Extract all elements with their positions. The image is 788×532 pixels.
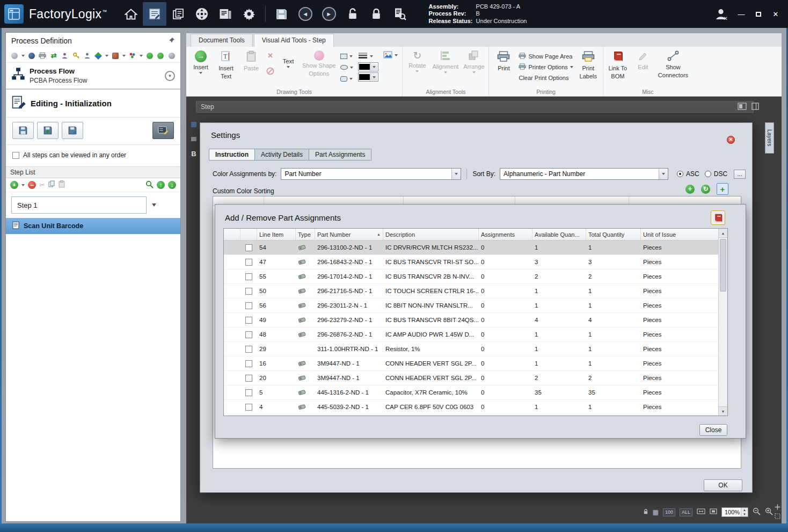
cut-icon[interactable]: ✂ xyxy=(39,181,45,189)
table-row[interactable]: 48296-26876-2-ND - 1IC AMP AUDIO PWR 1.4… xyxy=(224,327,718,342)
row-checkbox[interactable] xyxy=(245,288,252,295)
row-checkbox[interactable] xyxy=(245,375,252,382)
add-step-button[interactable]: + xyxy=(10,181,18,189)
remove-step-button[interactable]: − xyxy=(28,181,36,189)
process-flow-section[interactable]: Process Flow PCBA Process Flow ▼ xyxy=(6,63,180,90)
grid-small-icon[interactable]: ▦ xyxy=(653,508,659,516)
text-button[interactable]: Text xyxy=(279,49,297,68)
pin-icon[interactable] xyxy=(169,37,175,45)
show-connectors-button[interactable]: Show Connectors xyxy=(658,49,688,78)
layers-panel-tab[interactable]: Layers xyxy=(765,122,774,154)
select-region-icon[interactable] xyxy=(775,513,780,520)
chevron-down-icon[interactable] xyxy=(21,184,25,186)
asc-radio[interactable] xyxy=(677,171,683,177)
rotate-button[interactable]: ↻ Rotate xyxy=(407,49,427,72)
row-checkbox[interactable] xyxy=(245,317,252,324)
chevron-down-icon[interactable] xyxy=(370,55,373,57)
lock-button[interactable] xyxy=(364,2,388,26)
globe-icon[interactable] xyxy=(27,52,36,60)
copy-icon[interactable] xyxy=(48,180,55,190)
rectangle-shape-icon[interactable] xyxy=(340,54,347,59)
back-button[interactable]: ◄ xyxy=(294,2,317,26)
insert-text-button[interactable]: T Insert Text xyxy=(216,49,236,79)
table-row[interactable]: 163M9447-ND - 1CONN HEADER VERT SGL 2P..… xyxy=(224,356,718,371)
chevron-down-icon[interactable] xyxy=(122,55,126,57)
tab-instruction[interactable]: Instruction xyxy=(209,149,255,161)
edit-visual-aid-button[interactable] xyxy=(152,122,174,139)
link-to-bom-button[interactable]: Link To BOM xyxy=(608,49,628,79)
tab-document-tools[interactable]: Document Tools xyxy=(191,34,253,47)
step-group-expander[interactable] xyxy=(152,203,156,207)
view-order-checkbox[interactable] xyxy=(12,152,19,159)
row-checkbox[interactable] xyxy=(245,273,252,280)
layout-split-icon[interactable] xyxy=(751,103,759,112)
col-available-quantity[interactable]: Available Quan... xyxy=(532,229,586,240)
audit-trail-button[interactable] xyxy=(388,2,412,26)
tab-part-assignments[interactable]: Part Assignments xyxy=(309,149,371,161)
chevron-down-icon[interactable] xyxy=(350,67,353,69)
row-checkbox[interactable] xyxy=(245,346,252,353)
record-icon[interactable] xyxy=(167,52,176,60)
row-checkbox[interactable] xyxy=(245,360,252,367)
zoom-in-icon[interactable] xyxy=(765,507,773,517)
spin-down-icon[interactable]: ▼ xyxy=(741,512,748,516)
image-fill-icon[interactable] xyxy=(383,51,392,60)
col-part-number[interactable]: Part Number▲ xyxy=(315,229,383,240)
table-row[interactable]: 54296-13100-2-ND - 1IC DRVR/RCVR MLTCH R… xyxy=(224,241,718,255)
col-unit-of-issue[interactable]: Unit of Issue xyxy=(641,229,718,240)
zoom-out-icon[interactable] xyxy=(753,507,761,517)
process-definition-button[interactable] xyxy=(143,2,166,26)
zoom-all-button[interactable]: ALL xyxy=(680,508,692,516)
settings-close-icon[interactable]: ✕ xyxy=(727,136,735,144)
dsc-radio[interactable] xyxy=(705,171,711,177)
settings-gear-button[interactable] xyxy=(237,2,261,26)
table-row[interactable]: 50296-21716-5-ND - 1IC TOUCH SCREEN CTRL… xyxy=(224,284,718,298)
step-list-item-selected[interactable]: Scan Unit Barcode xyxy=(6,218,180,234)
table-row[interactable]: 47296-16843-2-ND - 1IC BUS TRANSCVR TRI-… xyxy=(224,255,718,269)
fill-color-picker[interactable] xyxy=(358,72,378,82)
palette-icon[interactable] xyxy=(128,52,137,60)
line-thickness-icon[interactable] xyxy=(358,52,368,60)
preview-icon[interactable] xyxy=(738,103,747,112)
table-row[interactable]: 5445-1316-2-ND - 1Capacitor, X7R Ceramic… xyxy=(224,385,718,400)
move-step-up-button[interactable]: ↑ xyxy=(157,181,165,189)
spin-up-icon[interactable]: ▲ xyxy=(741,508,748,512)
row-checkbox[interactable] xyxy=(245,331,252,338)
go-icon[interactable] xyxy=(156,52,165,60)
sync-icon[interactable]: ⇄ xyxy=(49,52,58,60)
chevron-down-icon[interactable] xyxy=(349,78,353,80)
user-logout-icon[interactable]: ✕ xyxy=(711,2,731,26)
col-assignments[interactable]: Assignments xyxy=(479,229,532,240)
step-group-dropdown[interactable]: Step 1 xyxy=(11,196,147,214)
scroll-down-icon[interactable]: ▼ xyxy=(719,406,727,416)
zoom-level-spinner[interactable]: 100% ▲▼ xyxy=(721,507,748,517)
chevron-down-icon[interactable] xyxy=(140,55,143,57)
color-assignments-dropdown[interactable]: Part Number xyxy=(281,168,461,180)
shapes-icon[interactable] xyxy=(94,52,103,60)
scroll-up-icon[interactable]: ▲ xyxy=(719,229,727,238)
chevron-down-icon[interactable] xyxy=(349,55,353,57)
arrange-button[interactable]: Arrange xyxy=(463,49,484,74)
tools-icon[interactable] xyxy=(111,52,120,60)
col-description[interactable]: Description xyxy=(383,229,479,240)
move-step-down-button[interactable]: ↓ xyxy=(168,181,176,189)
close-window-button[interactable]: ✕ xyxy=(769,8,783,20)
paste-icon[interactable] xyxy=(59,180,65,190)
delete-shape-icon[interactable]: ✕ xyxy=(266,52,274,60)
user-role-icon[interactable] xyxy=(83,52,92,60)
clear-print-options-button[interactable]: Clear Print Options xyxy=(519,72,573,83)
show-shape-options-button[interactable]: Show Shape Options xyxy=(302,49,335,77)
table-row[interactable]: 203M9447-ND - 1CONN HEADER VERT SGL 2P..… xyxy=(224,371,718,385)
documents-button[interactable] xyxy=(166,2,190,26)
row-checkbox[interactable] xyxy=(245,244,252,251)
close-button[interactable]: Close xyxy=(699,424,727,436)
show-page-area-button[interactable]: Show Page Area xyxy=(519,51,573,61)
col-type[interactable]: Type xyxy=(296,229,315,240)
save-button[interactable] xyxy=(270,2,294,26)
forward-button[interactable]: ► xyxy=(317,2,341,26)
maximize-button[interactable] xyxy=(751,8,765,20)
alignment-button[interactable]: Alignment xyxy=(432,49,458,74)
paste-button[interactable]: Paste xyxy=(241,49,261,71)
open-bom-button[interactable] xyxy=(711,210,725,225)
sort-by-dropdown[interactable]: Alphanumeric - Part Number xyxy=(500,168,668,180)
